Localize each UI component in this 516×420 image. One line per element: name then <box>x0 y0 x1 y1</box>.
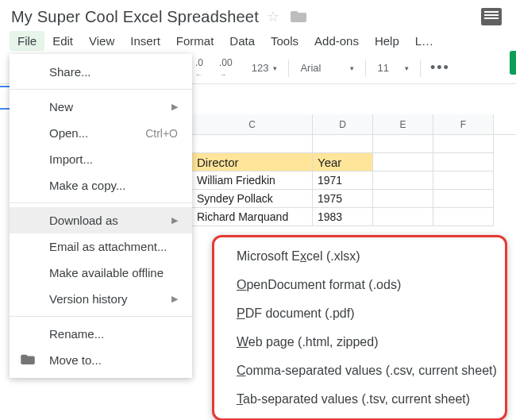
file-menu-dropdown: Share... New▶ Open...Ctrl+O Import... Ma… <box>10 54 192 378</box>
document-title[interactable]: My Super Cool Excel Spreadsheet <box>11 8 259 26</box>
menu-edit[interactable]: Edit <box>44 31 81 51</box>
menu-item-download-as[interactable]: Download as▶ <box>10 207 192 233</box>
menu-view[interactable]: View <box>81 31 122 51</box>
menu-item-open[interactable]: Open...Ctrl+O <box>10 120 192 146</box>
submenu-arrow-icon: ▶ <box>171 215 178 225</box>
download-pdf[interactable]: PDF document (.pdf) <box>214 299 505 328</box>
chevron-down-icon: ▾ <box>273 64 277 72</box>
comments-icon[interactable] <box>481 8 502 25</box>
font-size-dropdown[interactable]: 11 ▾ <box>372 59 413 77</box>
more-toolbar-button[interactable]: ••• <box>430 60 450 76</box>
font-family-dropdown[interactable]: Arial ▾ <box>295 59 359 77</box>
menu-tools[interactable]: Tools <box>263 31 306 51</box>
chevron-down-icon: ▾ <box>350 64 354 72</box>
menu-insert[interactable]: Insert <box>122 31 168 51</box>
menu-format[interactable]: Format <box>168 31 222 51</box>
column-header-d[interactable]: D <box>313 114 373 134</box>
menu-item-import[interactable]: Import... <box>10 146 192 172</box>
download-html[interactable]: Web page (.html, zipped) <box>214 328 505 356</box>
number-format-dropdown[interactable]: 123▾ <box>247 59 283 77</box>
increase-decimal-button[interactable]: .00→ <box>219 57 233 79</box>
menu-item-version-history[interactable]: Version history▶ <box>10 286 192 312</box>
menu-item-make-copy[interactable]: Make a copy... <box>10 172 192 198</box>
share-button-edge[interactable] <box>510 51 516 75</box>
header-director[interactable]: Director <box>192 153 313 171</box>
column-header-c[interactable]: C <box>192 114 313 134</box>
menu-help[interactable]: Help <box>367 31 407 51</box>
download-xlsx[interactable]: Microsoft Excel (.xlsx) <box>214 242 505 271</box>
row-selection-indicator <box>0 86 10 110</box>
menu-bar: File Edit View Insert Format Data Tools … <box>0 29 516 52</box>
star-icon[interactable]: ☆ <box>267 8 279 25</box>
download-csv[interactable]: Comma-separated values (.csv, current sh… <box>214 356 505 385</box>
folder-icon <box>21 352 35 368</box>
submenu-arrow-icon: ▶ <box>171 102 178 112</box>
chevron-down-icon: ▾ <box>405 64 409 72</box>
decrease-decimal-button[interactable]: .0← <box>195 57 203 79</box>
menu-item-new[interactable]: New▶ <box>10 94 192 120</box>
shortcut-label: Ctrl+O <box>145 127 178 140</box>
download-ods[interactable]: OpenDocument format (.ods) <box>214 271 505 299</box>
submenu-arrow-icon: ▶ <box>171 294 178 304</box>
menu-item-rename[interactable]: Rename... <box>10 321 192 347</box>
column-header-f[interactable]: F <box>433 114 494 134</box>
menu-item-email-attachment[interactable]: Email as attachment... <box>10 233 192 260</box>
folder-icon[interactable] <box>291 8 306 26</box>
menu-last-edit[interactable]: L… <box>407 31 441 51</box>
menu-item-move-to[interactable]: Move to... <box>10 347 192 373</box>
download-as-submenu: Microsoft Excel (.xlsx) OpenDocument for… <box>212 235 507 420</box>
menu-data[interactable]: Data <box>221 31 263 51</box>
menu-item-share[interactable]: Share... <box>10 59 192 85</box>
menu-addons[interactable]: Add-ons <box>306 31 367 51</box>
menu-item-available-offline[interactable]: Make available offline <box>10 260 192 286</box>
column-header-e[interactable]: E <box>373 114 433 134</box>
download-tsv[interactable]: Tab-separated values (.tsv, current shee… <box>214 385 505 414</box>
header-year[interactable]: Year <box>313 153 373 171</box>
menu-file[interactable]: File <box>10 31 44 51</box>
